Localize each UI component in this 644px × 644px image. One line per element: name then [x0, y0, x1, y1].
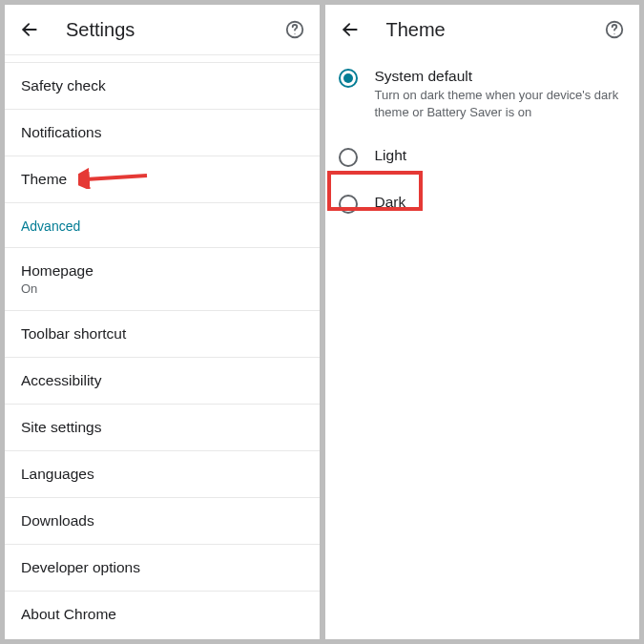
settings-header: Settings: [5, 5, 320, 54]
svg-point-2: [294, 33, 295, 34]
item-label: Downloads: [21, 512, 94, 529]
settings-item-safety-check[interactable]: Safety check: [5, 62, 320, 109]
option-content: System default Turn on dark theme when y…: [375, 68, 627, 120]
help-icon: [604, 19, 625, 40]
settings-list: Safety check Notifications Theme Advance…: [5, 54, 320, 639]
settings-item-downloads[interactable]: Downloads: [5, 497, 320, 544]
settings-item-site-settings[interactable]: Site settings: [5, 404, 320, 450]
homepage-sub: On: [21, 281, 303, 296]
option-label: Light: [375, 147, 407, 164]
advanced-section-header: Advanced: [5, 202, 320, 247]
svg-point-7: [613, 33, 614, 34]
item-label: Developer options: [21, 559, 140, 575]
option-content: Light: [375, 147, 407, 164]
item-label: Theme: [21, 171, 67, 187]
settings-item-about-chrome[interactable]: About Chrome: [5, 591, 320, 637]
settings-item-theme[interactable]: Theme: [5, 156, 320, 202]
item-label: Toolbar shortcut: [21, 325, 126, 342]
item-label: Homepage: [21, 262, 93, 279]
settings-panel: Settings Safety check Notifications Them…: [5, 5, 320, 639]
settings-item-homepage[interactable]: Homepage On: [5, 247, 320, 310]
back-arrow-icon: [341, 20, 360, 39]
section-label: Advanced: [21, 218, 80, 234]
settings-title: Settings: [66, 19, 281, 41]
back-button[interactable]: [337, 16, 364, 43]
radio-icon: [339, 69, 358, 88]
theme-options-list: System default Turn on dark theme when y…: [325, 54, 640, 639]
svg-line-4: [86, 176, 147, 179]
annotation-arrow-icon: [78, 166, 153, 193]
theme-option-system-default[interactable]: System default Turn on dark theme when y…: [325, 54, 640, 134]
radio-icon: [339, 195, 358, 214]
item-label: Safety check: [21, 77, 106, 93]
option-label: System default: [375, 68, 627, 85]
item-label: Languages: [21, 466, 94, 482]
back-arrow-icon: [20, 20, 39, 39]
help-button[interactable]: [601, 16, 628, 43]
help-icon: [284, 19, 305, 40]
option-content: Dark: [375, 194, 406, 211]
settings-item-languages[interactable]: Languages: [5, 450, 320, 497]
item-label: Site settings: [21, 419, 101, 435]
settings-item-toolbar-shortcut[interactable]: Toolbar shortcut: [5, 310, 320, 357]
item-label: Notifications: [21, 124, 101, 140]
settings-item-accessibility[interactable]: Accessibility: [5, 357, 320, 404]
option-label: Dark: [375, 194, 406, 211]
theme-option-dark[interactable]: Dark: [325, 180, 640, 227]
theme-option-light[interactable]: Light: [325, 134, 640, 180]
theme-header: Theme: [325, 5, 640, 54]
settings-item-notifications[interactable]: Notifications: [5, 109, 320, 156]
help-button[interactable]: [281, 16, 308, 43]
settings-item-developer-options[interactable]: Developer options: [5, 544, 320, 591]
option-desc: Turn on dark theme when your device's da…: [375, 87, 627, 120]
radio-icon: [339, 148, 358, 167]
theme-panel: Theme System default Turn on dark theme …: [325, 5, 640, 639]
back-button[interactable]: [16, 16, 43, 43]
item-label: Accessibility: [21, 372, 101, 388]
item-label: About Chrome: [21, 606, 116, 622]
settings-item-cut-off[interactable]: [5, 54, 320, 62]
theme-title: Theme: [386, 19, 602, 41]
